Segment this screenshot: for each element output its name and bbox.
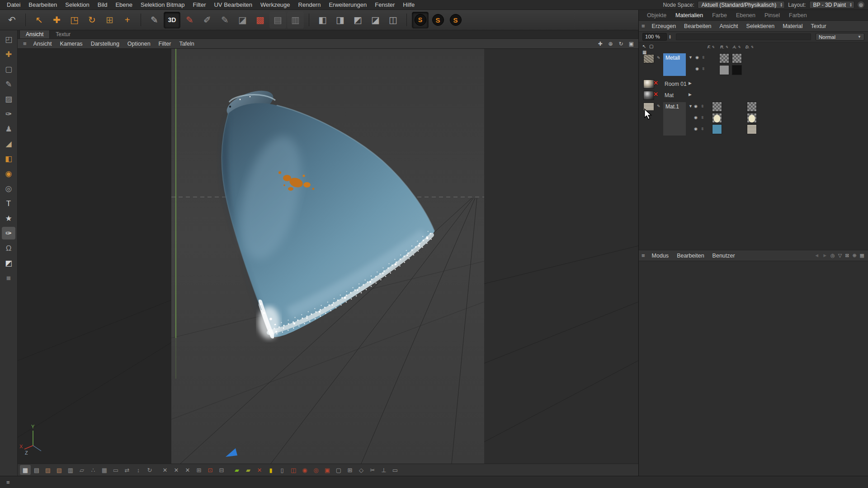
collapse-arrow-icon[interactable]: ▶: [689, 81, 692, 85]
expand-arrow-icon[interactable]: ▼: [689, 104, 693, 108]
projection-persp-cube-icon[interactable]: ◧: [314, 12, 331, 28]
paint-roller-icon[interactable]: ▧: [54, 465, 65, 475]
vp-menu-darstellung[interactable]: Darstellung: [87, 41, 123, 47]
tab-farben[interactable]: Farben: [784, 12, 811, 19]
collapse-arrow-icon[interactable]: ▶: [689, 92, 692, 97]
eraser-icon[interactable]: ◢: [2, 137, 15, 150]
interactive-mapping-icon[interactable]: ▮: [265, 465, 276, 475]
text-tool-icon[interactable]: T: [2, 197, 15, 210]
layer-link-icon[interactable]: ∞: [700, 116, 705, 119]
rp-menu-selektieren[interactable]: Selektieren: [742, 23, 779, 29]
projection-front-cube-icon[interactable]: ◩: [349, 12, 366, 28]
rp-menu-ansicht[interactable]: Ansicht: [716, 23, 742, 29]
eyedropper-icon[interactable]: ✎: [2, 78, 15, 90]
channel-texture-thumb[interactable]: [732, 65, 742, 75]
sharpen-icon[interactable]: ◎: [2, 182, 15, 195]
layer-visibility-icon[interactable]: ◉: [694, 104, 698, 108]
viewport-3d-canvas[interactable]: Y X Z: [18, 49, 638, 464]
channel-header-a[interactable]: A.✎: [733, 45, 741, 49]
mirror-pin-icon[interactable]: ✕: [254, 465, 265, 475]
clear-x-icon[interactable]: ✕: [160, 465, 170, 475]
channel-texture-thumb[interactable]: [719, 65, 729, 75]
light-gizmo-icon[interactable]: ▤: [269, 12, 286, 28]
channel-texture-thumb[interactable]: [719, 53, 729, 63]
pattern-stamp-icon[interactable]: ▨: [2, 93, 15, 105]
menu-werkzeuge[interactable]: Werkzeuge: [256, 1, 294, 8]
apply-uv-icon[interactable]: ⊟: [216, 465, 227, 475]
camera-zoom-icon[interactable]: ⊕: [606, 40, 615, 47]
fg-bg-swatch-icon[interactable]: ◩: [2, 257, 15, 269]
channel-header-d[interactable]: D.✎: [745, 45, 754, 49]
swap-v-icon[interactable]: ↕: [133, 465, 144, 475]
tab-textur[interactable]: Textur: [50, 30, 76, 38]
menu-filter[interactable]: Filter: [189, 1, 210, 8]
wire-points-icon[interactable]: ∴: [88, 465, 99, 475]
mode-menu-bearbeiten[interactable]: Bearbeiten: [673, 253, 708, 259]
relax-uv-icon[interactable]: ▯: [277, 465, 288, 475]
channel-texture-thumb[interactable]: [712, 124, 722, 134]
menu-hilfe[interactable]: Hilfe: [399, 1, 419, 8]
menu-bearbeiten[interactable]: Bearbeiten: [24, 1, 61, 8]
restore-uv-icon[interactable]: ⊡: [205, 465, 216, 475]
clear-xy-icon[interactable]: ✕: [182, 465, 193, 475]
pack-uv-icon[interactable]: ⊞: [344, 465, 355, 475]
material-thumbnail-mat[interactable]: [643, 91, 654, 100]
tab-objekte[interactable]: Objekte: [642, 12, 671, 19]
paint-on-material-icon[interactable]: ✎: [657, 56, 660, 60]
rp-menu-textur[interactable]: Textur: [807, 23, 830, 29]
tab-pinsel[interactable]: Pinsel: [760, 12, 784, 19]
rp-menu-material[interactable]: Material: [778, 23, 807, 29]
paint-3d-icon[interactable]: 3D: [164, 12, 180, 28]
layout-dropdown[interactable]: BP - 3D Paint ▲▼: [809, 1, 854, 9]
tab-materialien[interactable]: Materialien: [671, 12, 708, 19]
menu-uv-bearbeiten[interactable]: UV Bearbeiten: [210, 1, 256, 8]
swap-h-icon[interactable]: ⇄: [122, 465, 132, 475]
filter-icon[interactable]: ▽: [838, 253, 842, 258]
materials-menu-icon[interactable]: ≡: [639, 23, 648, 29]
mode-menu-icon[interactable]: ≡: [639, 252, 648, 259]
layer-visibility-icon[interactable]: ◉: [694, 127, 698, 131]
history-forward-icon[interactable]: ►: [822, 253, 827, 258]
paint-layer-icon[interactable]: ▨: [42, 465, 53, 475]
camera-rotate-icon[interactable]: ↻: [617, 40, 625, 47]
material-name-room01[interactable]: Room 01: [665, 81, 687, 87]
vp-menu-ansicht[interactable]: Ansicht: [29, 41, 56, 47]
clear-y-icon[interactable]: ✕: [171, 465, 182, 475]
target-icon[interactable]: ⊕: [852, 253, 856, 258]
realign-icon[interactable]: ▰: [243, 465, 254, 475]
coord-system-icon[interactable]: ⊞: [101, 12, 118, 28]
uv-frame-icon[interactable]: ▭: [110, 465, 121, 475]
texture-path-field[interactable]: [676, 33, 811, 40]
channel-texture-thumb[interactable]: [747, 113, 757, 123]
menu-selektion-bitmap[interactable]: Selektion Bitmap: [137, 1, 189, 8]
layer-visibility-icon[interactable]: ◉: [695, 66, 699, 71]
seam-edge-icon[interactable]: ◇: [356, 465, 367, 475]
vp-menu-kameras[interactable]: Kameras: [56, 41, 87, 47]
layer-link-icon[interactable]: ∞: [700, 105, 705, 108]
layer-link-icon[interactable]: ∞: [701, 67, 706, 70]
layer-visibility-icon[interactable]: ◉: [694, 115, 698, 120]
scale-icon[interactable]: ◳: [66, 12, 83, 28]
projection-side-cube-icon[interactable]: ◪: [367, 12, 384, 28]
menu-bild[interactable]: Bild: [94, 1, 112, 8]
projection-uv-cube-icon[interactable]: ◫: [385, 12, 401, 28]
airbrush-icon[interactable]: ✎: [146, 12, 163, 28]
node-space-dropdown[interactable]: Aktuell (Standard/Physikalisch) ▲▼: [698, 1, 785, 9]
menu-datei[interactable]: Datei: [3, 1, 24, 8]
unwrap-icon[interactable]: ▢: [333, 465, 344, 475]
channel-texture-thumb[interactable]: [712, 113, 722, 123]
add-object-icon[interactable]: +: [119, 12, 136, 28]
mode-menu-modus[interactable]: Modus: [648, 253, 673, 259]
paint-on-material-icon[interactable]: ✎: [657, 104, 660, 108]
search-icon[interactable]: ◎: [858, 1, 864, 8]
projection-cube-icon[interactable]: ▣: [322, 465, 333, 475]
projection-sphere-icon[interactable]: ◎: [311, 465, 321, 475]
fill-bucket-icon[interactable]: ▥: [65, 465, 76, 475]
blend-mode-dropdown[interactable]: Normal ▼: [816, 33, 864, 41]
texture-lock-icon[interactable]: ■: [2, 272, 15, 284]
rp-menu-bearbeiten[interactable]: Bearbeiten: [680, 23, 715, 29]
menu-fenster[interactable]: Fenster: [371, 1, 399, 8]
menu-rendern[interactable]: Rendern: [294, 1, 325, 8]
info-frame-icon[interactable]: ▭: [390, 465, 401, 475]
transform-icon[interactable]: ✚: [2, 48, 15, 61]
